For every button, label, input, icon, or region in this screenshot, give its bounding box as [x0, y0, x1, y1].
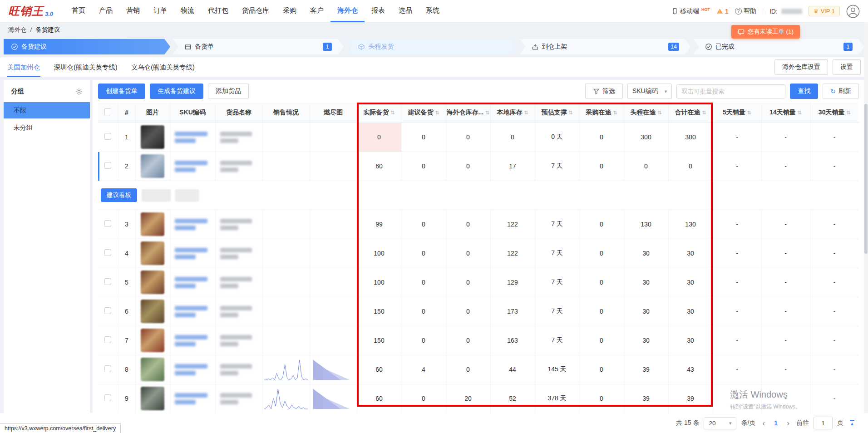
vertical-scrollbar[interactable]: [864, 22, 868, 413]
nav-item-1[interactable]: 产品: [92, 0, 119, 22]
breadcrumb-parent[interactable]: 海外仓: [8, 26, 27, 34]
step-3[interactable]: 到仓上架14: [520, 39, 691, 54]
sort-icon[interactable]: ⇅: [798, 110, 802, 115]
create-stock-order-button[interactable]: 创建备货单: [98, 84, 145, 99]
page-size-select[interactable]: 20 ▾: [704, 417, 736, 429]
blurred-button[interactable]: [142, 189, 171, 202]
sort-icon[interactable]: ⇅: [390, 110, 395, 115]
nav-item-12[interactable]: 系统: [419, 0, 446, 22]
nav-item-9[interactable]: 海外仓: [330, 0, 365, 22]
row-checkbox[interactable]: [104, 336, 111, 343]
nav-item-5[interactable]: 代打包: [201, 0, 235, 22]
nav-item-2[interactable]: 营销: [119, 0, 147, 22]
app-logo[interactable]: 旺销王 3.0: [8, 4, 53, 19]
nav-item-6[interactable]: 货品仓库: [235, 0, 276, 22]
row-checkbox[interactable]: [104, 249, 111, 256]
oversea-warehouse-settings-button[interactable]: 海外仓库设置: [774, 59, 828, 75]
column-header-local[interactable]: 本地库存⇅: [490, 103, 535, 123]
nav-item-10[interactable]: 报表: [365, 0, 392, 22]
alert-indicator[interactable]: 1: [716, 8, 729, 15]
product-image[interactable]: [141, 387, 164, 410]
product-image[interactable]: [141, 125, 164, 149]
step-0[interactable]: 备货建议: [4, 39, 170, 54]
step-1[interactable]: 备货单1: [173, 39, 344, 54]
current-page-button[interactable]: 1: [772, 419, 780, 427]
column-header-head[interactable]: 头程在途⇅: [624, 103, 668, 123]
row-checkbox[interactable]: [104, 162, 111, 169]
funnel-icon: [593, 88, 600, 95]
sort-icon[interactable]: ⇅: [702, 110, 706, 115]
row-checkbox[interactable]: [104, 133, 111, 140]
product-image[interactable]: [141, 154, 164, 178]
column-header-suggest[interactable]: 建议备货⇅: [401, 103, 446, 123]
search-input[interactable]: [676, 84, 785, 98]
row-checkbox[interactable]: [104, 220, 111, 227]
nav-item-3[interactable]: 订单: [147, 0, 174, 22]
prev-page-button[interactable]: ‹: [760, 418, 767, 428]
blurred-button[interactable]: [175, 189, 199, 202]
product-image[interactable]: [141, 300, 164, 323]
back-to-top-button[interactable]: ▲: [850, 420, 854, 426]
refresh-button[interactable]: ↻ 刷新: [823, 84, 859, 99]
find-button[interactable]: 查找: [790, 84, 818, 99]
mobile-app-link[interactable]: 移动端 HOT: [671, 7, 710, 15]
filter-button[interactable]: 筛选: [585, 84, 623, 99]
sort-icon[interactable]: ⇅: [435, 110, 439, 115]
cell-d30: -: [810, 297, 859, 326]
suggestion-kanban-button[interactable]: 建议看板: [101, 188, 137, 202]
column-header-purchase[interactable]: 采购在途⇅: [579, 103, 624, 123]
column-header-img: 图片: [135, 103, 170, 123]
group-item-1[interactable]: 未分组: [4, 119, 90, 136]
step-2[interactable]: 头程发货: [346, 39, 517, 54]
cell-total: 300: [668, 123, 713, 152]
unread-ticket-notice[interactable]: 您有未读工单 (1): [731, 25, 800, 39]
settings-button[interactable]: 设置: [833, 59, 861, 75]
column-header-support[interactable]: 预估支撑⇅: [535, 103, 579, 123]
nav-item-8[interactable]: 客户: [303, 0, 330, 22]
help-link[interactable]: ? 帮助: [735, 7, 756, 15]
warehouse-tab-0[interactable]: 美国加州仓: [7, 57, 40, 77]
sku-field-select[interactable]: SKU编码 ▾: [627, 84, 672, 99]
generate-suggestion-button[interactable]: 生成备货建议: [150, 84, 203, 99]
column-header-d14[interactable]: 14天销量⇅: [761, 103, 810, 123]
column-header-actual[interactable]: 实际备货⇅: [357, 103, 401, 123]
sort-icon[interactable]: ⇅: [524, 110, 528, 115]
next-page-button[interactable]: ›: [784, 418, 792, 428]
sort-icon[interactable]: ⇅: [846, 110, 850, 115]
nav-item-11[interactable]: 选品: [392, 0, 419, 22]
goto-page-input[interactable]: [814, 417, 833, 429]
row-checkbox[interactable]: [104, 307, 111, 314]
sort-icon[interactable]: ⇅: [485, 110, 489, 115]
nav-item-0[interactable]: 首页: [65, 0, 92, 22]
row-checkbox[interactable]: [104, 365, 111, 372]
row-checkbox[interactable]: [104, 394, 111, 401]
column-header-total[interactable]: 合计在途⇅: [668, 103, 713, 123]
warehouse-tab-1[interactable]: 深圳仓(熊迪美英专线): [54, 57, 118, 77]
column-header-d30[interactable]: 30天销量⇅: [810, 103, 859, 123]
warehouse-tab-2[interactable]: 义乌仓(熊迪美英专线): [131, 57, 195, 77]
group-item-0[interactable]: 不限: [4, 102, 90, 118]
product-image[interactable]: [141, 241, 164, 265]
product-image[interactable]: [141, 212, 164, 236]
nav-item-4[interactable]: 物流: [174, 0, 201, 22]
product-image[interactable]: [141, 271, 164, 294]
sort-icon[interactable]: ⇅: [657, 110, 661, 115]
name-blurred-line: [220, 364, 252, 369]
column-header-oversea[interactable]: 海外仓库存...⇅: [446, 103, 490, 123]
step-4[interactable]: 已完成1: [693, 39, 864, 54]
sort-icon[interactable]: ⇅: [747, 110, 751, 115]
gear-icon[interactable]: [75, 88, 83, 95]
column-header-d5[interactable]: 5天销量⇅: [713, 103, 761, 123]
product-image[interactable]: [141, 329, 164, 352]
avatar[interactable]: [846, 5, 860, 18]
nav-item-7[interactable]: 采购: [276, 0, 303, 22]
product-image[interactable]: [141, 358, 164, 381]
select-all-checkbox[interactable]: [104, 108, 111, 115]
row-checkbox[interactable]: [104, 278, 111, 285]
sku-blurred-line: [175, 400, 196, 404]
vertical-scrollbar-thumb[interactable]: [864, 104, 868, 254]
sort-icon[interactable]: ⇅: [613, 110, 617, 115]
sort-icon[interactable]: ⇅: [568, 110, 572, 115]
vip-badge[interactable]: ♛ VIP 1: [809, 6, 840, 16]
add-product-button[interactable]: 添加货品: [208, 84, 249, 99]
